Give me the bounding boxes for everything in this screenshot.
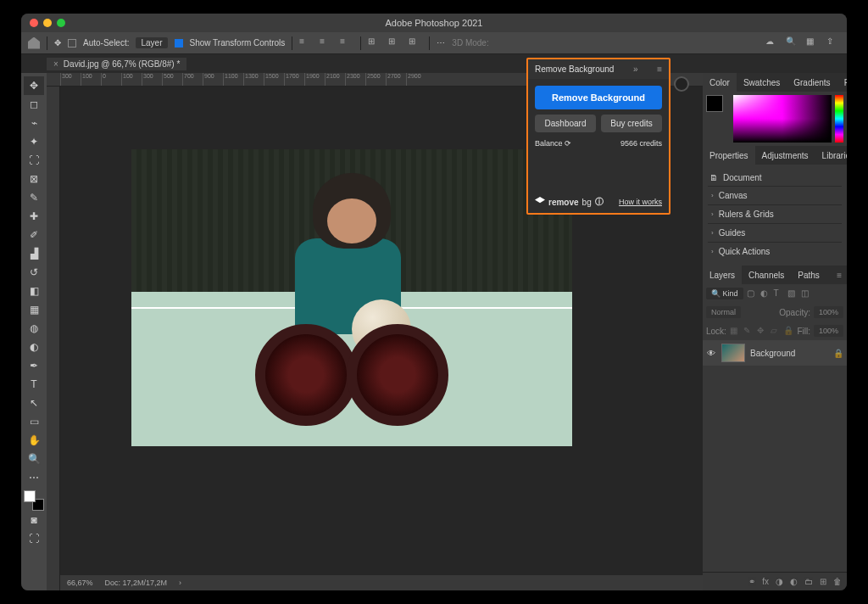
stamp-tool[interactable]: ▟ (24, 244, 44, 263)
layer-thumbnail[interactable] (721, 344, 745, 362)
crop-tool[interactable]: ⛶ (24, 151, 44, 170)
filter-pixel-icon[interactable]: ▢ (747, 288, 757, 299)
lock-icon[interactable]: ▱ (771, 326, 781, 336)
align-icon[interactable]: ≡ (320, 36, 333, 50)
link-icon[interactable]: ⚭ (748, 577, 755, 586)
blur-tool[interactable]: ◍ (24, 319, 44, 338)
path-tool[interactable]: ↖ (24, 394, 44, 412)
section-guides[interactable]: ›Guides (708, 223, 842, 242)
workspace-icon[interactable]: ▦ (806, 36, 820, 50)
gradient-tool[interactable]: ▦ (24, 300, 44, 319)
how-it-works-link[interactable]: How it works (619, 198, 662, 206)
type-tool[interactable]: T (24, 375, 44, 394)
fx-icon[interactable]: fx (762, 577, 769, 586)
panel-menu-icon[interactable]: ≡ (832, 271, 847, 280)
color-swatch-icon[interactable] (706, 95, 730, 143)
show-transform-checkbox[interactable] (175, 39, 183, 48)
dashboard-button[interactable]: Dashboard (535, 115, 596, 132)
align-icon[interactable]: ≡ (340, 36, 353, 50)
section-quick-actions[interactable]: ›Quick Actions (708, 242, 842, 260)
edit-toolbar[interactable]: ⋯ (24, 468, 44, 487)
align-icon[interactable]: ≡ (299, 36, 313, 50)
distribute-icon[interactable]: ⊞ (409, 36, 422, 50)
move-tool[interactable]: ✥ (24, 76, 44, 95)
mask-icon[interactable]: ◑ (776, 577, 783, 586)
tab-paths[interactable]: Paths (791, 266, 826, 284)
tab-color[interactable]: Color (703, 73, 737, 92)
lock-all-icon[interactable]: 🔒 (783, 326, 793, 336)
group-icon[interactable]: 🗀 (804, 577, 813, 586)
document-canvas[interactable] (131, 149, 572, 446)
tab-layers[interactable]: Layers (703, 266, 742, 284)
search-icon[interactable]: 🔍 (786, 36, 799, 50)
blend-mode[interactable]: Normal (706, 306, 741, 318)
tab-close-icon[interactable]: × (53, 59, 58, 69)
lock-icon[interactable]: ✥ (757, 326, 767, 336)
document-tab[interactable]: × David.jpg @ 66,7% (RGB/8#) * (47, 58, 186, 70)
filter-type-icon[interactable]: T (774, 288, 784, 299)
filter-smart-icon[interactable]: ◫ (801, 288, 811, 299)
refresh-icon[interactable]: ⟳ (565, 139, 571, 148)
shape-tool[interactable]: ▭ (24, 412, 44, 431)
new-layer-icon[interactable]: ⊞ (820, 577, 826, 586)
buy-credits-button[interactable]: Buy credits (601, 115, 662, 132)
lasso-tool[interactable]: ⌁ (24, 114, 44, 132)
close-icon[interactable] (30, 19, 38, 27)
info-icon[interactable]: ⓘ (595, 196, 604, 208)
color-spectrum[interactable] (733, 95, 832, 143)
plugin-dock-icon[interactable] (674, 76, 689, 92)
section-rulers[interactable]: ›Rulers & Grids (708, 204, 842, 223)
tab-libraries[interactable]: Libraries (815, 146, 847, 165)
distribute-icon[interactable]: ⊞ (368, 36, 381, 50)
move-tool-icon[interactable]: ✥ (54, 38, 61, 48)
minimize-icon[interactable] (43, 19, 52, 27)
hand-tool[interactable]: ✋ (24, 431, 44, 450)
cloud-icon[interactable]: ☁ (765, 36, 779, 50)
history-brush-tool[interactable]: ↺ (24, 263, 44, 282)
home-icon[interactable] (28, 37, 40, 49)
more-icon[interactable]: ⋯ (437, 38, 445, 48)
hue-slider[interactable] (835, 95, 843, 143)
tab-swatches[interactable]: Swatches (737, 73, 787, 92)
fill-value[interactable]: 100% (814, 325, 843, 337)
adjustment-icon[interactable]: ◐ (790, 577, 798, 586)
heal-tool[interactable]: ✚ (24, 207, 44, 226)
tab-channels[interactable]: Channels (742, 266, 791, 284)
zoom-level[interactable]: 66,67% (67, 579, 93, 587)
zoom-tool[interactable]: 🔍 (24, 450, 44, 468)
tab-properties[interactable]: Properties (703, 146, 755, 165)
foreground-swatch[interactable] (24, 490, 36, 502)
wand-tool[interactable]: ✦ (24, 132, 44, 151)
color-swatches[interactable] (24, 490, 44, 511)
lock-icon[interactable]: ▦ (730, 326, 740, 336)
dodge-tool[interactable]: ◐ (24, 338, 44, 356)
collapse-icon[interactable]: » (633, 64, 638, 74)
eraser-tool[interactable]: ◧ (24, 282, 44, 300)
layer-dropdown[interactable]: Layer (136, 37, 167, 48)
trash-icon[interactable]: 🗑 (833, 577, 842, 586)
filter-adj-icon[interactable]: ◐ (760, 288, 771, 299)
tab-adjustments[interactable]: Adjustments (755, 146, 815, 165)
layer-row[interactable]: 👁 Background 🔒 (703, 340, 847, 366)
tab-patterns[interactable]: Patterns (837, 73, 847, 92)
quickmask-icon[interactable]: ◙ (24, 511, 44, 529)
opacity-value[interactable]: 100% (814, 306, 843, 318)
tab-gradients[interactable]: Gradients (787, 73, 837, 92)
eyedropper-tool[interactable]: ✎ (24, 188, 44, 207)
filter-kind[interactable]: 🔍 Kind (706, 288, 743, 299)
auto-select-checkbox[interactable] (68, 39, 76, 48)
maximize-icon[interactable] (57, 19, 65, 27)
share-icon[interactable]: ⇪ (826, 36, 840, 50)
chevron-right-icon[interactable]: › (179, 579, 181, 587)
lock-icon[interactable]: ✎ (743, 326, 754, 336)
section-canvas[interactable]: ›Canvas (708, 186, 842, 204)
panel-menu-icon[interactable]: ≡ (657, 64, 662, 74)
frame-tool[interactable]: ⊠ (24, 170, 44, 188)
filter-shape-icon[interactable]: ▧ (787, 288, 798, 299)
brush-tool[interactable]: ✐ (24, 226, 44, 244)
visibility-icon[interactable]: 👁 (706, 349, 716, 358)
pen-tool[interactable]: ✒ (24, 356, 44, 375)
distribute-icon[interactable]: ⊞ (388, 36, 402, 50)
screenmode-icon[interactable]: ⛶ (24, 529, 44, 548)
remove-background-button[interactable]: Remove Background (535, 86, 662, 109)
